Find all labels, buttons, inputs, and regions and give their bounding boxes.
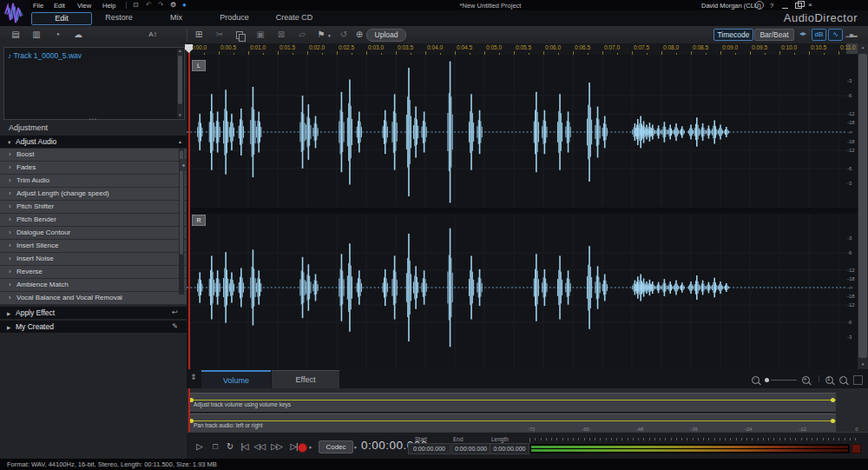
go-to-end-button[interactable]: ▷|	[287, 440, 300, 453]
record-audio-icon[interactable]: ◔	[50, 29, 64, 41]
panel-collapse-handle[interactable]: ◄	[180, 159, 187, 171]
end-value[interactable]: 0:00:00.000	[451, 443, 490, 454]
waveform-area[interactable]	[187, 55, 858, 369]
ruler-label: 0:10.0	[781, 44, 797, 50]
spectral-view-icon[interactable]: ▁▄▂	[845, 29, 858, 39]
upload-button[interactable]: Upload	[366, 29, 406, 42]
adjust-item-ambience-match[interactable]: ›Ambience Match	[0, 279, 187, 292]
ruler-label: 0:00.0	[191, 44, 207, 50]
stereo-monitor-icon[interactable]: ◂▸	[796, 29, 810, 39]
tab-produce[interactable]: Produce	[208, 12, 260, 23]
meter-tick	[660, 438, 661, 440]
record-dropdown-icon[interactable]: ▾	[309, 445, 312, 450]
section-adjust-audio[interactable]: ▼Adjust Audio ▲	[0, 136, 187, 148]
panel-splitter[interactable]: •••	[0, 116, 187, 122]
close-icon[interactable]: ×	[808, 1, 812, 9]
timeline-ruler[interactable]: 0:00.00:00.50:01.00:01.50:02.00:02.50:03…	[187, 43, 868, 56]
adjust-item-dialogue-contour[interactable]: ›Dialogue Contour	[0, 227, 187, 240]
tab-create-cd[interactable]: Create CD	[266, 12, 323, 23]
db-scale-label: -12	[847, 148, 855, 153]
fast-forward-button[interactable]: ▷▷	[270, 440, 283, 453]
adjust-item-pitch-shifter[interactable]: ›Pitch Shifter	[0, 201, 187, 214]
import-file-icon[interactable]: ▤	[9, 29, 23, 41]
cloud-sync-icon[interactable]: ●	[182, 1, 187, 10]
loop-button[interactable]: ↻	[223, 440, 236, 453]
marker-dropdown-icon[interactable]: ▾	[328, 33, 331, 38]
cloud-download-icon[interactable]: ☁	[71, 29, 85, 41]
trim-icon[interactable]: ▱	[295, 29, 309, 41]
tab-volume[interactable]: Volume	[201, 370, 271, 388]
library-scrollbar[interactable]: ▲ ▼	[177, 49, 183, 118]
convert-icon[interactable]: ⊞	[192, 29, 206, 41]
paste-icon[interactable]: ▣	[253, 29, 267, 41]
waveform-view-icon[interactable]: ∿	[828, 29, 843, 41]
timecode-toggle[interactable]: Timecode	[713, 29, 753, 41]
avatar[interactable]	[755, 1, 764, 10]
stop-button[interactable]: □	[208, 440, 221, 453]
play-button[interactable]: ▷	[193, 440, 206, 453]
collapse-panel-icon[interactable]: ⇕	[190, 373, 197, 381]
restore-icon[interactable]	[795, 3, 802, 9]
db-scale-toggle-icon[interactable]: dB	[812, 29, 826, 41]
help-icon[interactable]: ?	[770, 2, 773, 10]
zoom-out-icon[interactable]: -	[752, 376, 760, 384]
waveform-scrollbar[interactable]: ▲ ▼	[858, 43, 868, 369]
menu-file[interactable]: File	[33, 2, 43, 10]
cut-icon[interactable]: ✂	[213, 29, 227, 41]
zoom-selection-icon[interactable]: 1	[825, 376, 833, 384]
minimize-icon[interactable]	[782, 6, 788, 9]
marker-icon[interactable]: ⚑	[314, 29, 328, 41]
import-folder-icon[interactable]: ▥	[30, 29, 43, 41]
copy-icon[interactable]	[236, 31, 245, 40]
adjust-item-fades[interactable]: ›Fades	[0, 162, 187, 175]
sort-icon[interactable]: A↕	[146, 29, 160, 41]
start-value[interactable]: 0:00:00.000	[408, 443, 450, 454]
adjust-item-pitch-bender[interactable]: ›Pitch Bender	[0, 214, 187, 227]
tab-restore[interactable]: Restore	[94, 12, 144, 23]
transform-icon[interactable]: ↺	[337, 29, 351, 41]
user-name[interactable]: David Morgan (CLU)	[701, 2, 761, 10]
undo-icon[interactable]: ↶	[146, 1, 152, 10]
edit-preset-icon[interactable]: ✎	[172, 321, 178, 333]
adjust-item-adjust-length-change-speed-[interactable]: ›Adjust Length (change speed)	[0, 188, 187, 201]
length-value[interactable]: 0:00:00.000	[490, 443, 529, 454]
keyframe-dot[interactable]	[831, 419, 835, 423]
menu-edit[interactable]: Edit	[54, 2, 65, 10]
meter-scale-label: -36	[690, 427, 698, 432]
screen-mode-icon[interactable]: ⊡	[133, 1, 139, 10]
codec-button[interactable]: Codec	[319, 440, 353, 453]
adjust-item-insert-silence[interactable]: ›Insert Silence	[0, 240, 187, 253]
adjust-item-trim-audio[interactable]: ›Trim Audio	[0, 175, 187, 188]
tab-mix[interactable]: Mix	[153, 12, 200, 23]
volume-keyframe-lane[interactable]: Adjust track volume using volume keys	[188, 393, 836, 413]
adjust-item-reverse[interactable]: ›Reverse	[0, 266, 187, 279]
adjust-item-boost[interactable]: ›Boost	[0, 149, 187, 162]
tab-effect[interactable]: Effect	[272, 370, 339, 388]
scroll-up-icon[interactable]: ▲	[178, 136, 182, 148]
codec-dropdown-icon[interactable]: ▾	[354, 445, 357, 450]
clip-indicator[interactable]	[852, 444, 861, 453]
rewind-button[interactable]: ◁◁	[253, 440, 266, 453]
delete-icon[interactable]: ⊠	[274, 29, 288, 41]
reset-icon[interactable]: ↩	[172, 307, 178, 319]
chevron-right-icon: ›	[9, 188, 11, 200]
go-to-start-button[interactable]: |◁	[238, 440, 251, 453]
zoom-in-icon[interactable]: +	[802, 376, 810, 384]
adjust-item-insert-noise[interactable]: ›Insert Noise	[0, 253, 187, 266]
menu-view[interactable]: View	[77, 2, 91, 10]
zoom-slider-track[interactable]	[771, 380, 797, 381]
pan-keyframe-lane[interactable]: Pan track audio: left or right	[188, 414, 836, 434]
section-apply-effect[interactable]: ▶Apply Effect ↩	[0, 307, 187, 319]
zoom-level-icon[interactable]: :	[839, 376, 847, 384]
redo-icon[interactable]: ↷	[158, 1, 164, 10]
fit-view-icon[interactable]	[853, 375, 863, 385]
adjust-item-vocal-balance-and-vocal-removal[interactable]: ›Vocal Balance and Vocal Removal	[0, 292, 187, 305]
menu-help[interactable]: Help	[102, 2, 115, 10]
zoom-slider-knob[interactable]	[765, 378, 769, 382]
tab-edit[interactable]: Edit	[31, 12, 92, 25]
library-track-item[interactable]: ♪ Track 1_0000_5.wav	[8, 51, 82, 60]
section-my-created[interactable]: ▶My Created ✎	[0, 321, 187, 333]
barbeat-toggle[interactable]: Bar/Beat	[754, 29, 794, 41]
keyframe-dot[interactable]	[831, 398, 835, 402]
settings-gear-icon[interactable]: ⚙	[170, 1, 176, 10]
